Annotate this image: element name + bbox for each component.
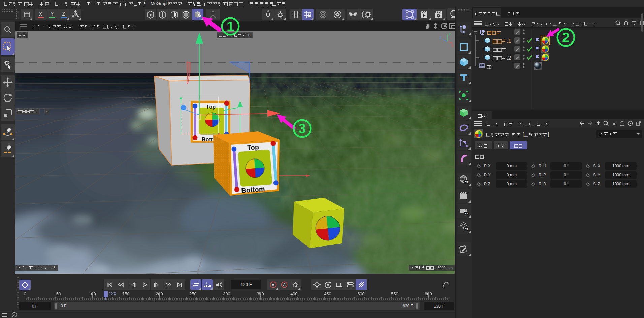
svg-text:Y: Y: [449, 33, 451, 36]
svg-text:ST: ST: [465, 228, 468, 231]
svg-text:X: X: [451, 44, 454, 47]
svg-text:Top: Top: [206, 104, 216, 110]
svg-text:Top: Top: [247, 143, 259, 151]
svg-text:ST: ST: [465, 181, 468, 184]
svg-text:Z: Z: [439, 36, 441, 40]
svg-text:A: A: [206, 282, 208, 285]
svg-text:A: A: [283, 283, 286, 287]
svg-text:ST: ST: [465, 212, 468, 215]
svg-text:Bott: Bott: [202, 137, 213, 142]
svg-text:Bottom: Bottom: [241, 185, 265, 194]
